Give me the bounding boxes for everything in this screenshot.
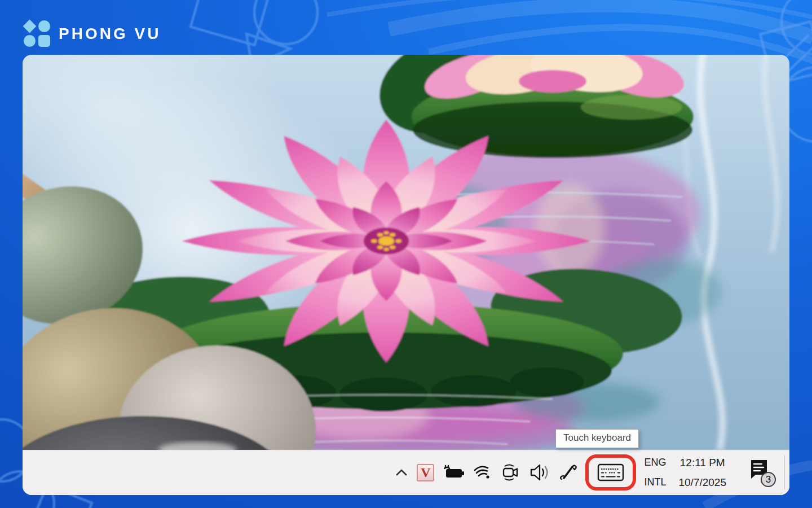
- camera-icon[interactable]: [500, 462, 521, 483]
- language-indicator[interactable]: ENG INTL: [644, 453, 666, 492]
- logo-circle-shape: [24, 35, 36, 47]
- show-desktop-edge[interactable]: [784, 456, 785, 489]
- brand-header: PHONG VU: [24, 20, 161, 47]
- unikey-letter: V: [421, 466, 430, 479]
- notification-badge: 3: [761, 472, 776, 487]
- logo-diamond-shape: [23, 20, 37, 33]
- volume-icon[interactable]: [528, 462, 551, 483]
- battery-icon[interactable]: [441, 463, 466, 482]
- touch-keyboard-icon[interactable]: [597, 463, 624, 482]
- wallpaper-lotus: [23, 55, 789, 450]
- taskbar: V: [23, 450, 789, 495]
- chevron-up-icon[interactable]: [393, 464, 410, 481]
- touch-keyboard-highlight: [585, 454, 636, 491]
- wifi-icon[interactable]: [473, 463, 493, 482]
- phongvu-logo-icon: [24, 20, 50, 47]
- taskbar-clock[interactable]: 12:11 PM 10/7/2025: [678, 453, 726, 492]
- logo-circle-shape: [38, 20, 50, 32]
- notification-center-button[interactable]: 3: [748, 458, 775, 487]
- logo-square-shape: [38, 35, 50, 47]
- clock-time: 12:11 PM: [678, 453, 726, 472]
- desktop-screenshot: V: [23, 55, 789, 495]
- unikey-icon[interactable]: V: [417, 464, 434, 481]
- language-line1: ENG: [644, 453, 666, 472]
- brand-name: PHONG VU: [59, 25, 161, 43]
- pen-icon[interactable]: [558, 462, 577, 483]
- notification-count: 3: [766, 474, 771, 485]
- touch-keyboard-tooltip: Touch keyboard: [555, 429, 639, 448]
- language-line2: INTL: [644, 472, 666, 492]
- clock-date: 10/7/2025: [678, 472, 726, 492]
